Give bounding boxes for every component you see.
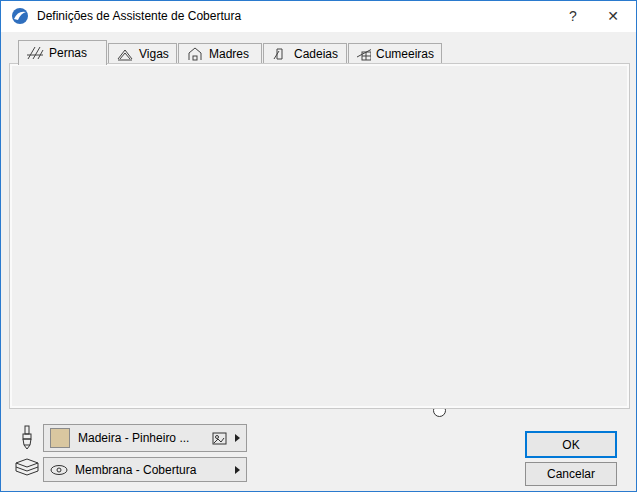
title-bar: Definições de Assistente de Cobertura ? … [1,1,636,32]
material-brush-icon [18,425,36,454]
layer-stack-icon [15,458,39,483]
tab-pernas-label: Pernas [49,46,87,60]
pernas-tab-icon [26,46,44,60]
pernas-tab-panel [9,63,630,409]
tab-cumeeiras[interactable]: Cumeeiras [348,43,442,64]
cumeeiras-tab-icon [356,47,371,61]
layer-dropdown-arrow-icon [235,466,240,474]
material-value: Madeira - Pinheiro ... [78,431,204,445]
texture-image-icon [212,432,227,445]
tab-madres[interactable]: Madres [178,43,262,64]
material-swatch [50,428,70,448]
tab-cadeias-label: Cadeias [294,47,338,61]
tab-vigas-label: Vigas [139,47,169,61]
layer-dropdown[interactable]: Membrana - Cobertura [43,457,247,482]
material-dropdown-arrow-icon [235,434,240,442]
layer-value: Membrana - Cobertura [75,463,228,477]
material-dropdown[interactable]: Madeira - Pinheiro ... [43,424,247,452]
window-title: Definições de Assistente de Cobertura [37,9,241,23]
ok-button[interactable]: OK [525,431,617,458]
close-button[interactable]: ✕ [596,1,630,32]
tab-strip: Pernas Vigas Madres Cadeias [1,40,636,64]
eye-icon [50,464,68,476]
tab-cadeias[interactable]: Cadeias [263,43,347,64]
tab-vigas[interactable]: Vigas [108,43,177,64]
roof-wizard-dialog: Definições de Assistente de Cobertura ? … [0,0,637,492]
tab-pernas[interactable]: Pernas [18,40,107,65]
tab-madres-label: Madres [209,47,249,61]
archicad-logo-icon [11,7,29,28]
help-button[interactable]: ? [556,1,590,32]
cadeias-tab-icon [271,47,289,61]
tab-cumeeiras-label: Cumeeiras [376,47,434,61]
vigas-tab-icon [116,47,134,61]
cancel-button[interactable]: Cancelar [525,462,617,486]
madres-tab-icon [186,47,204,61]
